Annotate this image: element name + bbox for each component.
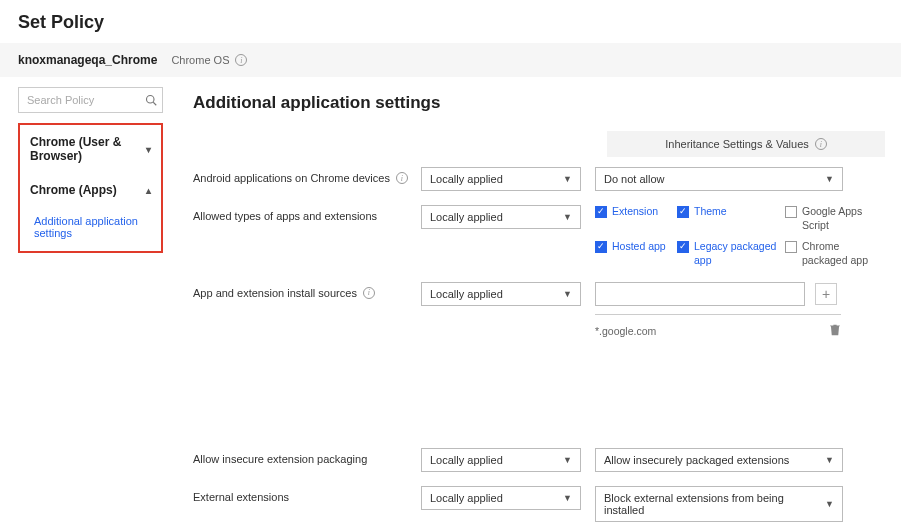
check-icon — [785, 241, 797, 253]
check-icon: ✓ — [677, 241, 689, 253]
inherit-select-allowed-types[interactable]: Locally applied ▼ — [421, 205, 581, 229]
info-icon[interactable]: i — [363, 287, 375, 299]
allowed-types-checkboxes: ✓Extension ✓Theme Google Apps Script ✓Ho… — [595, 205, 885, 268]
page-title: Set Policy — [0, 0, 901, 43]
chevron-down-icon: ▼ — [563, 493, 572, 503]
platform-text: Chrome OS — [171, 54, 229, 66]
breadcrumb: knoxmanageqa_Chrome Chrome OS i — [0, 43, 901, 77]
search-input[interactable] — [18, 87, 163, 113]
svg-line-1 — [153, 102, 156, 105]
check-icon: ✓ — [595, 241, 607, 253]
inheritance-header-label: Inheritance Settings & Values — [665, 138, 809, 150]
checkbox-label: Chrome packaged app — [802, 240, 885, 267]
value-select-android-apps[interactable]: Do not allow ▼ — [595, 167, 843, 191]
checkbox-label: Theme — [694, 205, 727, 219]
row-label-insecure-packaging: Allow insecure extension packaging — [193, 453, 367, 465]
main-heading: Additional application settings — [193, 93, 885, 113]
checkbox-label: Extension — [612, 205, 658, 219]
select-value: Locally applied — [430, 454, 503, 466]
info-icon[interactable]: i — [235, 54, 247, 66]
select-value: Locally applied — [430, 288, 503, 300]
sidebar-item-label: Chrome (Apps) — [30, 183, 117, 197]
info-icon[interactable]: i — [396, 172, 408, 184]
checkbox-extension[interactable]: ✓Extension — [595, 205, 673, 232]
checkbox-label: Google Apps Script — [802, 205, 885, 232]
chevron-down-icon: ▼ — [563, 212, 572, 222]
row-label-allowed-types: Allowed types of apps and extensions — [193, 210, 377, 222]
chevron-down-icon: ▼ — [563, 289, 572, 299]
svg-point-0 — [147, 96, 155, 104]
main-content: Additional application settings Inherita… — [175, 77, 901, 522]
install-source-input[interactable] — [595, 282, 805, 306]
row-label-external-extensions: External extensions — [193, 491, 289, 503]
select-value: Locally applied — [430, 211, 503, 223]
inherit-select-external-extensions[interactable]: Locally applied ▼ — [421, 486, 581, 510]
sidebar-highlight-box: Chrome (User & Browser) ▾ Chrome (Apps) … — [18, 123, 163, 253]
value-select-insecure-packaging[interactable]: Allow insecurely packaged extensions ▼ — [595, 448, 843, 472]
chevron-down-icon: ▼ — [563, 174, 572, 184]
inherit-select-install-sources[interactable]: Locally applied ▼ — [421, 282, 581, 306]
inherit-select-insecure-packaging[interactable]: Locally applied ▼ — [421, 448, 581, 472]
install-source-entry: *.google.com — [595, 325, 656, 337]
row-label-install-sources: App and extension install sources — [193, 287, 357, 299]
checkbox-theme[interactable]: ✓Theme — [677, 205, 781, 232]
sidebar: Chrome (User & Browser) ▾ Chrome (Apps) … — [0, 77, 175, 522]
chevron-down-icon: ▼ — [825, 455, 834, 465]
select-value: Locally applied — [430, 173, 503, 185]
search-icon[interactable] — [145, 94, 157, 106]
value-select-external-extensions[interactable]: Block external extensions from being ins… — [595, 486, 843, 522]
checkbox-google-apps-script[interactable]: Google Apps Script — [785, 205, 885, 232]
platform-label: Chrome OS i — [171, 54, 247, 66]
select-value: Block external extensions from being ins… — [604, 492, 825, 516]
row-label-android-apps: Android applications on Chrome devices — [193, 172, 390, 184]
chevron-down-icon: ▼ — [825, 499, 834, 509]
select-value: Do not allow — [604, 173, 665, 185]
chevron-up-icon: ▴ — [146, 185, 151, 196]
checkbox-label: Hosted app — [612, 240, 666, 254]
chevron-down-icon: ▼ — [825, 174, 834, 184]
chevron-down-icon: ▾ — [146, 144, 151, 155]
chevron-down-icon: ▼ — [563, 455, 572, 465]
checkbox-chrome-packaged-app[interactable]: Chrome packaged app — [785, 240, 885, 267]
inheritance-header: Inheritance Settings & Values i — [607, 131, 885, 157]
trash-icon[interactable] — [829, 323, 841, 339]
select-value: Locally applied — [430, 492, 503, 504]
check-icon: ✓ — [595, 206, 607, 218]
sidebar-item-additional-app-settings[interactable]: Additional application settings — [20, 207, 161, 251]
select-value: Allow insecurely packaged extensions — [604, 454, 789, 466]
sidebar-item-label: Chrome (User & Browser) — [30, 135, 146, 163]
sidebar-item-chrome-apps[interactable]: Chrome (Apps) ▴ — [20, 173, 161, 207]
checkbox-legacy-packaged-app[interactable]: ✓Legacy packaged app — [677, 240, 781, 267]
checkbox-hosted-app[interactable]: ✓Hosted app — [595, 240, 673, 267]
sidebar-item-chrome-user-browser[interactable]: Chrome (User & Browser) ▾ — [20, 125, 161, 173]
inherit-select-android-apps[interactable]: Locally applied ▼ — [421, 167, 581, 191]
info-icon[interactable]: i — [815, 138, 827, 150]
check-icon: ✓ — [677, 206, 689, 218]
profile-name: knoxmanageqa_Chrome — [18, 53, 157, 67]
check-icon — [785, 206, 797, 218]
checkbox-label: Legacy packaged app — [694, 240, 781, 267]
add-source-button[interactable]: + — [815, 283, 837, 305]
